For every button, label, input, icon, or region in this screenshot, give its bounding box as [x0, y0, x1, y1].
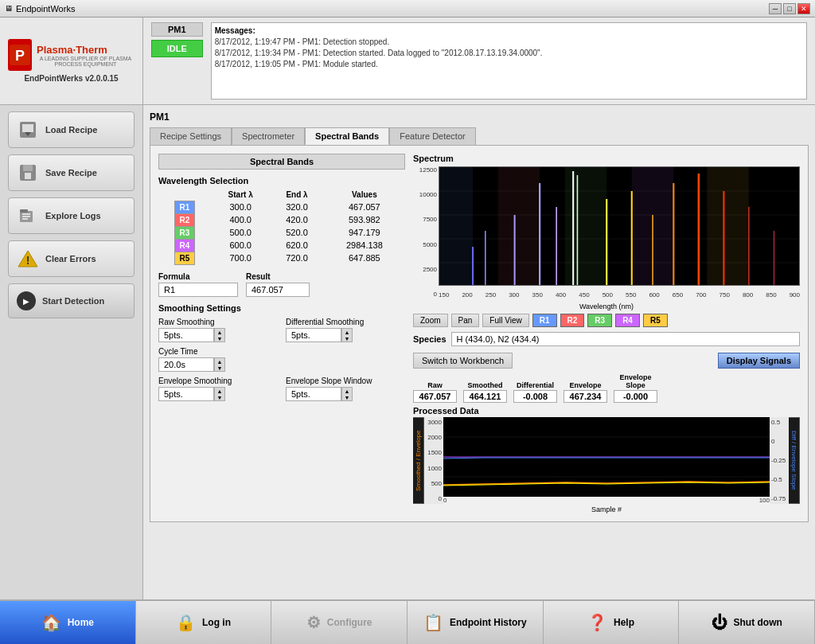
raw-smoothing-input[interactable]	[158, 328, 214, 342]
r4-band-button[interactable]: R4	[615, 314, 640, 327]
envelope-slope-value: -0.000	[614, 390, 657, 403]
processed-chart-container: Smoothed / Envelope 30002000150010005000	[413, 417, 800, 504]
messages-title: Messages:	[215, 26, 803, 35]
processed-y-left-label: Smoothed / Envelope	[413, 417, 424, 504]
differential-smoothing-spinner[interactable]: ▲▼	[341, 328, 353, 342]
cycle-time-spinner[interactable]: ▲▼	[214, 357, 225, 372]
smoothing-section: Smoothing Settings Raw Smoothing ▲▼	[158, 303, 405, 401]
envelope-smoothing-input[interactable]	[158, 387, 214, 401]
envelope-signal-value: 467.234	[563, 390, 607, 403]
explore-logs-button[interactable]: Explore Logs	[8, 197, 135, 234]
processed-y-right-label: Diff / Envelope Slope	[789, 417, 800, 504]
configure-label: Configure	[327, 617, 372, 628]
tab-recipe-settings[interactable]: Recipe Settings	[150, 127, 232, 145]
tab-spectrometer[interactable]: Spectrometer	[232, 127, 305, 145]
band-start-r3: 500.0	[211, 226, 270, 239]
zoom-button[interactable]: Zoom	[413, 314, 448, 327]
r1-band-button[interactable]: R1	[532, 314, 557, 327]
clear-errors-button[interactable]: ! Clear Errors	[8, 240, 135, 277]
endpoint-history-icon: 📋	[423, 613, 443, 632]
save-recipe-button[interactable]: Save Recipe	[8, 154, 135, 191]
smoothing-title: Smoothing Settings	[158, 303, 405, 313]
help-button[interactable]: ❓ Help	[544, 601, 680, 644]
slope-window-spinner[interactable]: ▲▼	[341, 387, 353, 401]
shutdown-button[interactable]: ⏻ Shut down	[679, 601, 815, 644]
svg-rect-7	[25, 173, 31, 179]
svg-rect-37	[565, 167, 607, 285]
raw-signal-value: 467.057	[413, 390, 457, 403]
load-recipe-label: Load Recipe	[45, 125, 97, 135]
y-tick-1: 10000	[419, 191, 437, 198]
result-label: Result	[246, 272, 310, 281]
signals-row: Raw 467.057 Smoothed 464.121 Differentia…	[413, 373, 800, 403]
r5-band-button[interactable]: R5	[643, 314, 668, 327]
switch-workbench-button[interactable]: Switch to Workbench	[413, 353, 513, 369]
species-label: Species	[413, 334, 446, 344]
pm1-title: PM1	[151, 22, 203, 37]
header: P Plasma·Therm A LEADING SUPPLIER OF PLA…	[0, 18, 815, 105]
close-btn[interactable]: ✕	[797, 3, 810, 14]
slope-window-input[interactable]	[286, 387, 341, 401]
cycle-time-input[interactable]	[158, 357, 214, 372]
raw-smoothing-spinner[interactable]: ▲▼	[214, 328, 225, 342]
configure-button[interactable]: ⚙ Configure	[271, 601, 408, 644]
formula-input[interactable]	[158, 283, 238, 297]
band-start-r1: 300.0	[211, 201, 270, 213]
band-value-r4: 2984.138	[324, 239, 405, 252]
shutdown-icon: ⏻	[712, 614, 727, 632]
pm1-label-box: PM1 IDLE	[151, 22, 203, 100]
band-end-r1: 320.0	[270, 201, 323, 213]
band-label-r2: R2	[174, 213, 196, 227]
start-detection-button[interactable]: ▶ Start Detection	[8, 283, 135, 318]
maximize-btn[interactable]: □	[783, 3, 796, 14]
band-value-r5: 647.885	[324, 252, 405, 264]
minimize-btn[interactable]: ─	[769, 3, 782, 14]
start-detection-label: Start Detection	[42, 296, 104, 306]
full-view-button[interactable]: Full View	[482, 314, 528, 327]
y-tick-5: 0	[434, 291, 437, 298]
display-signals-button[interactable]: Display Signals	[718, 353, 800, 369]
load-recipe-button[interactable]: Load Recipe	[8, 111, 135, 148]
version-label: EndPointWerks v2.0.0.15	[24, 74, 118, 83]
pan-button[interactable]: Pan	[451, 314, 480, 327]
wavelength-table: Start λ End λ Values R1 300.0 320.0 467.…	[158, 189, 405, 264]
band-row-r4: R4 600.0 620.0 2984.138	[158, 239, 405, 252]
svg-rect-35	[439, 167, 473, 285]
login-button[interactable]: 🔒 Log in	[136, 601, 272, 644]
svg-rect-36	[498, 167, 540, 285]
smoothed-signal-value: 464.121	[463, 390, 507, 403]
smoothing-grid: Raw Smoothing ▲▼ Differential Smoothing	[158, 318, 405, 401]
differential-smoothing-label: Differential Smoothing	[286, 318, 405, 326]
slope-window-label: Envelope Slope Window	[286, 377, 405, 385]
band-label-r5: R5	[174, 252, 196, 265]
raw-smoothing-group: Raw Smoothing ▲▼	[158, 318, 278, 342]
col-end-lambda: End λ	[270, 189, 323, 201]
logo-area: P Plasma·Therm A LEADING SUPPLIER OF PLA…	[0, 18, 143, 104]
band-start-r4: 600.0	[211, 239, 270, 252]
wavelength-title: Wavelength Selection	[158, 176, 405, 185]
result-input[interactable]	[246, 283, 310, 297]
tab-feature-detector[interactable]: Feature Detector	[389, 127, 476, 145]
species-input[interactable]	[451, 332, 800, 346]
band-start-r5: 700.0	[211, 252, 270, 264]
save-recipe-label: Save Recipe	[45, 168, 97, 178]
raw-signal-col: Raw 467.057	[413, 381, 457, 403]
band-end-r3: 520.0	[270, 226, 323, 239]
band-row-r5: R5 700.0 720.0 647.885	[158, 252, 405, 264]
svg-rect-39	[707, 167, 749, 285]
envelope-slope-col: EnvelopeSlope -0.000	[614, 373, 657, 403]
tab-right-col: Spectrum 12500 10000 7500 5000 2500 0	[413, 154, 800, 513]
logo-icon: P	[8, 39, 32, 71]
r3-band-button[interactable]: R3	[587, 314, 612, 327]
title-bar: 🖥 EndpointWorks ─ □ ✕	[0, 0, 815, 18]
formula-label: Formula	[158, 272, 238, 281]
endpoint-history-button[interactable]: 📋 Endpoint History	[408, 601, 544, 644]
differential-smoothing-input[interactable]	[286, 328, 341, 342]
envelope-smoothing-spinner[interactable]: ▲▼	[214, 387, 225, 401]
home-button[interactable]: 🏠 Home	[0, 601, 136, 644]
r2-band-button[interactable]: R2	[560, 314, 585, 327]
svg-rect-12	[22, 218, 28, 220]
tab-spectral-bands[interactable]: Spectral Bands	[305, 127, 389, 145]
y-tick-3: 5000	[423, 241, 437, 248]
envelope-signal-col: Envelope 467.234	[563, 381, 607, 403]
